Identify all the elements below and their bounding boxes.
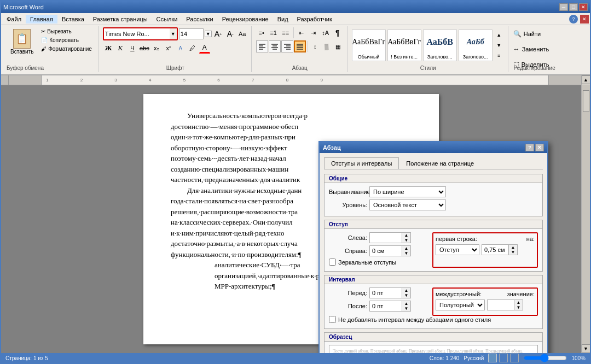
before-up[interactable]: ▲ bbox=[402, 288, 410, 293]
text-effects-button[interactable]: A bbox=[175, 43, 186, 54]
cut-button[interactable]: ✂ Вырезать bbox=[38, 27, 94, 36]
indent-right-row: Справа: ▲ ▼ bbox=[329, 245, 428, 256]
after-up[interactable]: ▲ bbox=[402, 301, 410, 306]
line-spacing-box: междустрочный: значение: Полуторный bbox=[432, 287, 538, 316]
format-painter-button[interactable]: 🖌 Форматирование bbox=[38, 45, 94, 53]
font-name-input[interactable] bbox=[104, 28, 170, 39]
web-layout-button[interactable] bbox=[510, 354, 519, 362]
styles-scroll-down[interactable]: ▼ bbox=[494, 40, 505, 50]
align-justify-button[interactable] bbox=[294, 40, 306, 52]
line-spacing-value-up[interactable]: ▲ bbox=[514, 300, 523, 305]
copy-button[interactable]: 📄 Копировать bbox=[38, 36, 94, 44]
before-down[interactable]: ▼ bbox=[402, 293, 410, 298]
alignment-select[interactable]: По ширине bbox=[369, 186, 446, 197]
align-left-button[interactable] bbox=[256, 40, 268, 52]
line-spacing-value-input[interactable] bbox=[487, 300, 514, 310]
interval-title: Интервал bbox=[325, 275, 542, 284]
menu-file[interactable]: Файл bbox=[2, 15, 26, 24]
style-no-spacing[interactable]: АаБбВвГг ! Без инте... bbox=[387, 30, 421, 61]
decrease-indent-button[interactable]: ⇤ bbox=[296, 27, 307, 38]
first-line-value-down[interactable]: ▼ bbox=[509, 250, 517, 255]
menu-home[interactable]: Главная bbox=[26, 15, 57, 24]
first-line-row: первая строка: на: bbox=[436, 236, 535, 242]
indent-left-up[interactable]: ▲ bbox=[402, 233, 410, 238]
level-select[interactable]: Основной текст bbox=[369, 199, 446, 210]
full-screen-button[interactable] bbox=[499, 354, 508, 362]
underline-button[interactable]: Ч bbox=[127, 43, 138, 54]
styles-more[interactable]: ≡ bbox=[494, 51, 505, 61]
numbering-button[interactable]: ≡1 bbox=[268, 27, 279, 38]
style-heading1[interactable]: АаБбВ Заголово... bbox=[423, 30, 457, 61]
mirror-indent-checkbox[interactable] bbox=[329, 259, 336, 266]
menu-view[interactable]: Вид bbox=[273, 15, 293, 24]
style-heading2[interactable]: АаБб Заголово... bbox=[459, 30, 493, 61]
dialog-close-button[interactable]: ✕ bbox=[535, 144, 544, 151]
increase-indent-button[interactable]: ⇥ bbox=[308, 27, 319, 38]
menu-developer[interactable]: Разработчик bbox=[293, 15, 337, 24]
after-input[interactable] bbox=[369, 301, 402, 312]
line-spacing-value-spinner: ▲ ▼ bbox=[487, 300, 523, 310]
close-app-button[interactable]: ✕ bbox=[580, 15, 589, 24]
highlight-button[interactable]: 🖊 bbox=[187, 43, 198, 54]
italic-button[interactable]: К bbox=[115, 43, 126, 54]
menu-mailings[interactable]: Рассылки bbox=[182, 15, 217, 24]
line-spacing-select[interactable]: Полуторный bbox=[436, 300, 485, 310]
tab-page-position[interactable]: Положение на странице bbox=[399, 157, 481, 169]
show-marks-button[interactable]: ¶ bbox=[332, 27, 343, 38]
indent-right-input[interactable] bbox=[369, 245, 402, 256]
first-line-select[interactable]: Отступ bbox=[436, 244, 479, 255]
replace-button[interactable]: ↔ Заменить bbox=[513, 43, 557, 56]
first-line-value-spinner-buttons: ▲ ▼ bbox=[509, 244, 518, 255]
paste-button[interactable]: 📋 Вставить bbox=[7, 27, 37, 56]
font-color-button[interactable]: A bbox=[199, 43, 210, 54]
menu-insert[interactable]: Вставка bbox=[57, 15, 89, 24]
clear-format-button[interactable]: Aa bbox=[237, 28, 248, 39]
no-space-checkbox[interactable] bbox=[329, 316, 336, 323]
zoom-slider[interactable] bbox=[523, 354, 567, 362]
indent-right-down[interactable]: ▼ bbox=[402, 251, 410, 256]
print-layout-button[interactable] bbox=[488, 354, 497, 362]
first-line-value-input[interactable] bbox=[482, 244, 509, 255]
dialog-help-button[interactable]: ? bbox=[525, 144, 534, 151]
font-name-dropdown-icon[interactable]: ▼ bbox=[170, 31, 177, 37]
indent-left-down[interactable]: ▼ bbox=[402, 238, 410, 243]
line-spacing-value-down[interactable]: ▼ bbox=[514, 305, 523, 310]
strikethrough-button[interactable]: abc bbox=[139, 43, 150, 54]
help-icon[interactable]: ? bbox=[569, 15, 578, 24]
font-name-select-box: ▼ bbox=[103, 27, 178, 40]
font-size-input[interactable] bbox=[179, 28, 204, 39]
bullets-button[interactable]: ≡• bbox=[256, 27, 267, 38]
word-count: Слов: 1 240 bbox=[430, 355, 460, 361]
font-grow-button[interactable]: A+ bbox=[213, 28, 224, 39]
tab-indent-spacing[interactable]: Отступы и интервалы bbox=[324, 157, 399, 169]
close-button[interactable]: ✕ bbox=[579, 3, 588, 11]
bold-button[interactable]: Ж bbox=[103, 43, 114, 54]
font-size-dropdown-icon[interactable]: ▼ bbox=[205, 31, 212, 37]
clipboard-label: Буфер обмена bbox=[7, 65, 44, 71]
align-center-button[interactable] bbox=[269, 40, 281, 52]
superscript-button[interactable]: x² bbox=[163, 43, 174, 54]
title-controls: ─ □ ✕ bbox=[559, 3, 588, 11]
maximize-button[interactable]: □ bbox=[569, 3, 578, 11]
styles-scroll-up[interactable]: ▲ bbox=[494, 30, 505, 40]
first-line-value-up[interactable]: ▲ bbox=[509, 245, 517, 250]
find-button[interactable]: 🔍 Найти bbox=[513, 27, 557, 40]
sort-button[interactable]: ↕A bbox=[320, 27, 331, 38]
after-down[interactable]: ▼ bbox=[402, 306, 410, 311]
indent-left-input[interactable] bbox=[369, 232, 402, 243]
borders-button[interactable]: ▦ bbox=[333, 41, 344, 52]
shading-button[interactable]: ▒ bbox=[321, 41, 332, 52]
font-shrink-button[interactable]: A- bbox=[225, 28, 236, 39]
align-right-button[interactable] bbox=[281, 40, 293, 52]
after-spinner-buttons: ▲ ▼ bbox=[402, 301, 411, 312]
before-input[interactable] bbox=[369, 287, 402, 298]
menu-layout[interactable]: Разметка страницы bbox=[89, 15, 152, 24]
line-spacing-button[interactable]: ↕ bbox=[310, 41, 321, 52]
style-normal[interactable]: АаБбВвГг Обычный bbox=[352, 30, 386, 61]
subscript-button[interactable]: x₂ bbox=[151, 43, 162, 54]
menu-references[interactable]: Ссылки bbox=[152, 15, 182, 24]
multilevel-button[interactable]: ≡≡ bbox=[280, 27, 291, 38]
indent-right-up[interactable]: ▲ bbox=[402, 246, 410, 251]
menu-review[interactable]: Рецензирование bbox=[218, 15, 273, 24]
minimize-button[interactable]: ─ bbox=[559, 3, 568, 11]
